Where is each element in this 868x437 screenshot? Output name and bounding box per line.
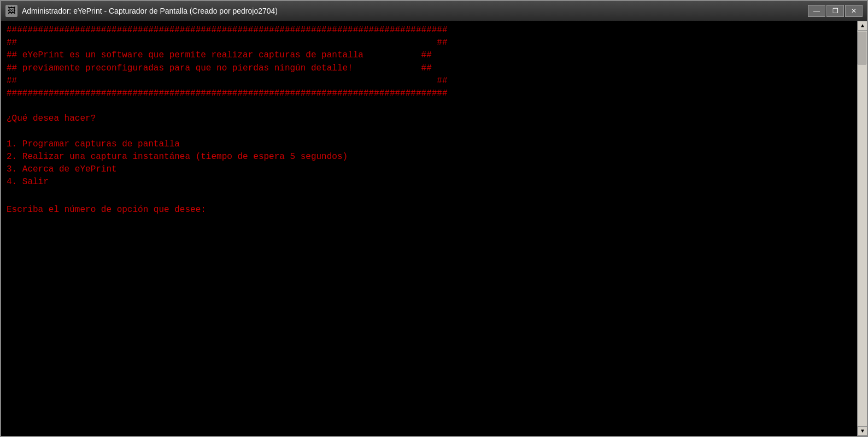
restore-button[interactable]: ❒ [826,5,844,17]
scroll-up-button[interactable]: ▲ [858,21,867,31]
spacer-2 [7,126,852,138]
desc-line-2: ## previamente preconfiguradas para que … [7,62,852,75]
window-title: Administrador: eYePrint - Capturador de … [22,7,278,15]
menu-item-2: 2. Realizar una captura instantánea (tie… [7,151,852,163]
menu-item-3: 3. Acerca de eYePrint [7,163,852,176]
spacer-1 [7,100,852,113]
terminal-area[interactable]: ########################################… [1,21,857,436]
menu-item-4: 4. Salir [7,176,852,188]
hash-empty-2: ## ## [7,75,852,87]
app-icon: 🖼 [5,5,17,17]
scrollbar-track[interactable] [858,31,867,426]
scrollbar[interactable]: ▲ ▼ [857,21,867,436]
input-prompt: Escriba el número de opción que desee: [7,204,852,216]
minimize-button[interactable]: — [808,5,825,17]
title-bar-left: 🖼 Administrador: eYePrint - Capturador d… [5,5,278,17]
menu-item-1: 1. Programar capturas de pantalla [7,138,852,151]
hash-top: ########################################… [7,24,852,37]
close-button[interactable]: ✕ [845,5,863,17]
scroll-down-button[interactable]: ▼ [858,426,867,436]
title-buttons: — ❒ ✕ [808,5,863,17]
title-bar: 🖼 Administrador: eYePrint - Capturador d… [1,1,867,21]
menu-question: ¿Qué desea hacer? [7,113,852,125]
main-window: 🖼 Administrador: eYePrint - Capturador d… [0,0,868,437]
hash-bottom: ########################################… [7,87,852,100]
spacer-3 [7,188,852,201]
scrollbar-thumb[interactable] [858,32,866,64]
desc-line-1: ## eYePrint es un software que permite r… [7,49,852,62]
hash-empty-1: ## ## [7,37,852,49]
window-body: ########################################… [1,21,867,436]
